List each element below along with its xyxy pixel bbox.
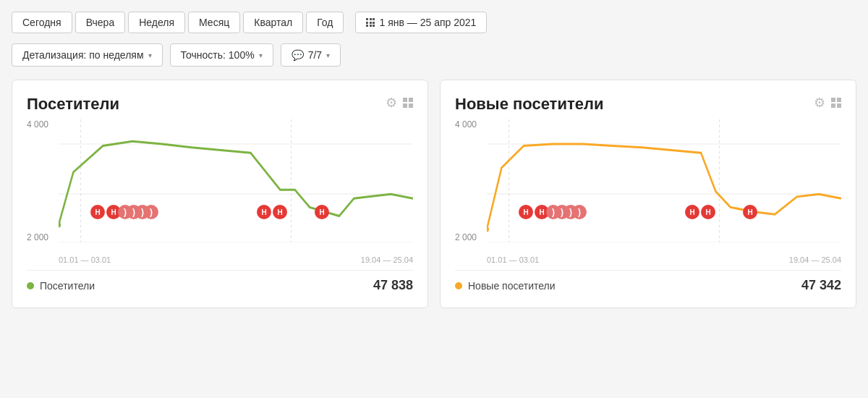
comments-filter[interactable]: 💬 7/7 ▾: [281, 43, 341, 67]
new-visitors-annotations: Н Н ) ) ) ) Н Н Н: [519, 203, 841, 221]
new-visitors-chart-area: 4 000 2 000: [455, 119, 841, 264]
new-visitors-card-header: Новые посетители ⚙: [455, 95, 841, 114]
new-visitors-x-right: 19.04 — 25.04: [789, 255, 841, 264]
comments-chevron-icon: ▾: [326, 51, 330, 59]
visitors-legend-dot: [27, 282, 34, 289]
new-visitors-card-icons: ⚙: [814, 95, 841, 111]
accuracy-label: Точность: 100%: [181, 49, 255, 61]
visitors-footer: Посетители 47 838: [27, 270, 413, 293]
new-visitors-y-top: 4 000: [455, 119, 484, 130]
visitors-x-left: 01.01 — 03.01: [59, 255, 111, 264]
svg-point-5: [59, 222, 61, 227]
comments-label: 7/7: [308, 49, 322, 61]
visitors-ann-6[interactable]: ): [144, 205, 158, 219]
new-visitors-x-labels: 01.01 — 03.01 19.04 — 25.04: [487, 244, 841, 264]
detail-chevron-icon: ▾: [148, 51, 152, 59]
visitors-legend: Посетители: [27, 280, 95, 292]
visitors-svg: [59, 119, 413, 242]
new-visitors-card: Новые посетители ⚙ 4 000 2 000: [440, 80, 856, 308]
visitors-legend-label: Посетители: [40, 280, 95, 292]
new-visitors-card-title: Новые посетители: [455, 95, 603, 114]
tab-year[interactable]: Год: [306, 12, 344, 33]
visitors-card-title: Посетители: [27, 95, 119, 114]
new-visitors-grid-icon[interactable]: [831, 98, 841, 108]
filters-bar: Детализация: по неделям ▾ Точность: 100%…: [12, 43, 856, 67]
visitors-chart-area: 4 000 2 000: [27, 119, 413, 264]
new-visitors-ann-7[interactable]: Н: [685, 205, 699, 219]
new-visitors-footer: Новые посетители 47 342: [455, 270, 841, 293]
visitors-card-header: Посетители ⚙: [27, 95, 413, 114]
top-bar: Сегодня Вчера Неделя Месяц Квартал Год 1…: [12, 12, 856, 33]
visitors-ann-9[interactable]: Н: [315, 205, 329, 219]
new-visitors-legend-dot: [455, 282, 462, 289]
date-tabs: Сегодня Вчера Неделя Месяц Квартал Год: [12, 12, 344, 33]
visitors-y-bottom: 2 000: [27, 232, 56, 242]
detail-label: Детализация: по неделям: [22, 49, 144, 61]
new-visitors-legend-label: Новые посетители: [468, 280, 556, 292]
visitors-total: 47 838: [373, 278, 413, 293]
accuracy-chevron-icon: ▾: [259, 51, 263, 59]
visitors-x-right: 19.04 — 25.04: [361, 255, 413, 264]
visitors-ann-1[interactable]: Н: [90, 205, 105, 219]
tab-today[interactable]: Сегодня: [12, 12, 72, 33]
new-visitors-chart-inner: Н Н ) ) ) ) Н Н Н: [487, 119, 841, 242]
visitors-gear-icon[interactable]: ⚙: [386, 95, 397, 111]
svg-point-11: [487, 226, 489, 232]
new-visitors-gear-icon[interactable]: ⚙: [814, 95, 825, 111]
visitors-grid-icon[interactable]: [403, 98, 413, 108]
accuracy-filter[interactable]: Точность: 100% ▾: [170, 43, 273, 67]
new-visitors-ann-9[interactable]: Н: [743, 205, 757, 219]
tab-week[interactable]: Неделя: [128, 12, 185, 33]
date-range-label: 1 янв — 25 апр 2021: [379, 17, 476, 28]
comment-bubble-icon: 💬: [292, 49, 304, 61]
visitors-ann-7[interactable]: Н: [257, 205, 271, 219]
visitors-ann-8[interactable]: Н: [273, 205, 287, 219]
visitors-y-top: 4 000: [27, 119, 56, 130]
tab-quarter[interactable]: Квартал: [243, 12, 303, 33]
calendar-grid-icon: [366, 18, 375, 27]
new-visitors-total: 47 342: [801, 278, 841, 293]
new-visitors-svg: [487, 119, 841, 242]
visitors-x-labels: 01.01 — 03.01 19.04 — 25.04: [59, 244, 413, 264]
new-visitors-ann-1[interactable]: Н: [519, 205, 533, 219]
visitors-card: Посетители ⚙ 4 000 2 000: [12, 80, 428, 308]
tab-month[interactable]: Месяц: [188, 12, 240, 33]
new-visitors-y-bottom: 2 000: [455, 232, 484, 242]
visitors-y-labels: 4 000 2 000: [27, 119, 56, 242]
detail-filter[interactable]: Детализация: по неделям ▾: [12, 43, 163, 67]
new-visitors-ann-8[interactable]: Н: [701, 205, 715, 219]
new-visitors-ann-6[interactable]: ): [572, 205, 587, 219]
visitors-card-icons: ⚙: [386, 95, 413, 111]
new-visitors-legend: Новые посетители: [455, 280, 556, 292]
visitors-annotations: Н Н ) ) ) ) Н Н Н: [90, 203, 413, 221]
date-range-button[interactable]: 1 янв — 25 апр 2021: [355, 12, 487, 33]
visitors-chart-inner: Н Н ) ) ) ) Н Н Н: [59, 119, 413, 242]
tab-yesterday[interactable]: Вчера: [75, 12, 126, 33]
charts-row: Посетители ⚙ 4 000 2 000: [12, 80, 856, 308]
new-visitors-y-labels: 4 000 2 000: [455, 119, 484, 242]
new-visitors-x-left: 01.01 — 03.01: [487, 255, 539, 264]
